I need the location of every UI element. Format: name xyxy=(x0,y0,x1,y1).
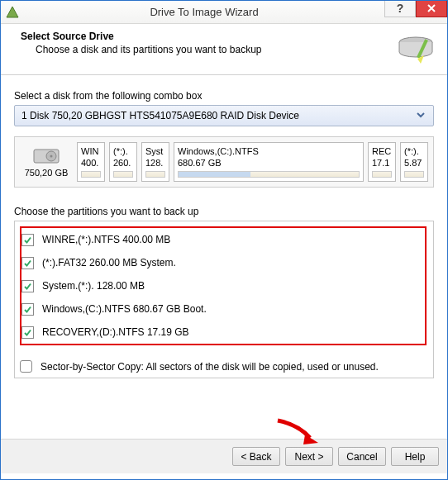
highlight-annotation: WINRE,(*:).NTFS 400.00 MB (*:).FAT32 260… xyxy=(20,226,427,345)
disk-combo[interactable]: 1 Disk 750,20 GBHGST HTS541075A9E680 RAI… xyxy=(14,105,434,126)
partition-tile[interactable]: Syst128. xyxy=(141,142,169,182)
help-button[interactable]: Help xyxy=(391,447,439,466)
partition-text: (*:).FAT32 260.00 MB System. xyxy=(42,257,176,269)
partition-item: (*:).FAT32 260.00 MB System. xyxy=(21,251,425,274)
partition-text: RECOVERY,(D:).NTFS 17.19 GB xyxy=(42,326,189,338)
help-button-titlebar[interactable]: ? xyxy=(384,1,416,17)
svg-point-6 xyxy=(50,154,53,157)
partition-list: WINRE,(*:).NTFS 400.00 MB (*:).FAT32 260… xyxy=(14,221,434,378)
partition-checkbox[interactable] xyxy=(21,280,34,292)
wizard-icon xyxy=(396,31,436,70)
next-button[interactable]: Next > xyxy=(285,447,333,466)
window-controls: ? xyxy=(384,1,447,17)
partition-text: Windows,(C:).NTFS 680.67 GB Boot. xyxy=(42,303,207,315)
partitions-label: Choose the partitions you want to back u… xyxy=(14,206,434,217)
sector-copy-checkbox[interactable] xyxy=(20,360,32,373)
back-button[interactable]: < Back xyxy=(232,447,280,466)
partition-item: RECOVERY,(D:).NTFS 17.19 GB xyxy=(21,321,425,344)
sector-copy-label: Sector-by-Sector Copy: All sectors of th… xyxy=(41,361,379,373)
partition-text: System.(*:). 128.00 MB xyxy=(42,280,145,292)
chevron-down-icon xyxy=(415,109,427,123)
header-subtitle: Choose a disk and its partitions you wan… xyxy=(21,44,396,55)
window-title: Drive To Image Wizard xyxy=(24,6,384,18)
partition-tile[interactable]: WIN400. xyxy=(77,142,105,182)
partition-item: WINRE,(*:).NTFS 400.00 MB xyxy=(21,228,425,251)
disk-info: 750,20 GB xyxy=(20,142,73,182)
partition-checkbox[interactable] xyxy=(21,326,34,339)
svg-marker-0 xyxy=(7,7,18,17)
disk-total-size: 750,20 GB xyxy=(25,168,69,178)
partition-checkbox[interactable] xyxy=(21,257,34,269)
disk-layout-panel: 750,20 GB WIN400. (*:).260. Syst128. Win… xyxy=(14,136,434,188)
app-icon xyxy=(6,6,19,19)
combo-label: Select a disk from the following combo b… xyxy=(14,90,434,102)
wizard-body: Select a disk from the following combo b… xyxy=(1,75,447,439)
partition-tile[interactable]: (*:).5.87 xyxy=(400,142,428,182)
partition-item: Windows,(C:).NTFS 680.67 GB Boot. xyxy=(21,297,425,321)
wizard-footer: < Back Next > Cancel Help xyxy=(1,439,447,473)
cancel-button[interactable]: Cancel xyxy=(338,447,386,466)
header-title: Select Source Drive xyxy=(21,31,396,42)
partition-tile[interactable]: REC17.1 xyxy=(368,142,396,182)
hdd-icon xyxy=(33,147,60,165)
partition-text: WINRE,(*:).NTFS 400.00 MB xyxy=(42,234,170,245)
partition-tile[interactable]: (*:).260. xyxy=(109,142,137,182)
disk-combo-value: 1 Disk 750,20 GBHGST HTS541075A9E680 RAI… xyxy=(21,110,299,121)
close-button[interactable] xyxy=(416,1,447,17)
titlebar: Drive To Image Wizard ? xyxy=(1,1,447,24)
wizard-header: Select Source Drive Choose a disk and it… xyxy=(1,24,447,75)
partition-checkbox[interactable] xyxy=(21,234,34,246)
sector-copy-row: Sector-by-Sector Copy: All sectors of th… xyxy=(20,360,427,373)
partition-checkbox[interactable] xyxy=(21,303,34,316)
partition-tile[interactable]: Windows,(C:).NTFS 680.67 GB xyxy=(174,142,364,182)
partition-item: System.(*:). 128.00 MB xyxy=(21,274,425,297)
